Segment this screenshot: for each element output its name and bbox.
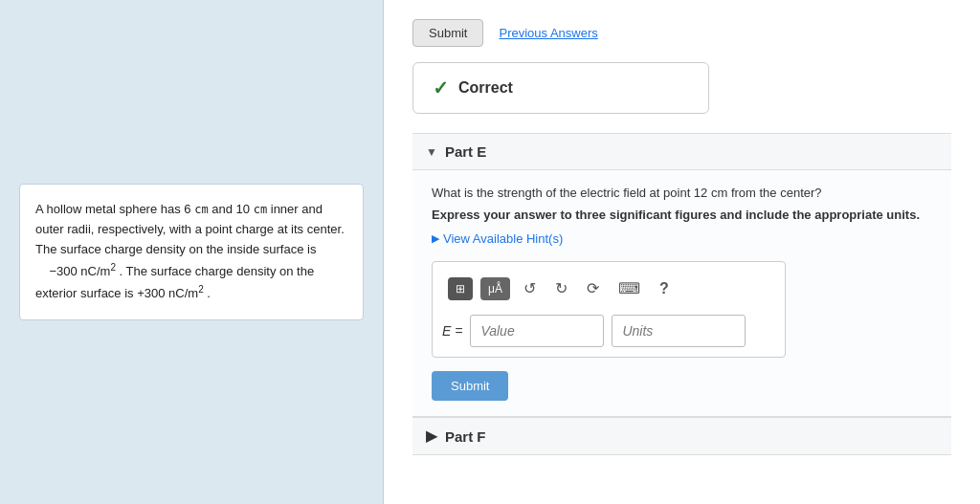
problem-box: A hollow metal sphere has 6 cm and 10 cm…: [19, 184, 364, 320]
right-panel: Submit Previous Answers ✓ Correct ▼ Part…: [384, 0, 980, 504]
part-e-content: What is the strength of the electric fie…: [412, 170, 951, 417]
answer-area: ⊞ μÅ ↺ ↻ ⟳ ⌨: [432, 261, 786, 358]
help-button[interactable]: ?: [654, 276, 675, 301]
previous-answers-link[interactable]: Previous Answers: [499, 26, 597, 40]
part-e-title: Part E: [445, 143, 486, 160]
correct-label: Correct: [458, 79, 513, 97]
part-f-arrow: ▶: [426, 427, 437, 445]
undo-button[interactable]: ↺: [518, 275, 542, 301]
matrix-icon: ⊞: [456, 282, 465, 296]
problem-text: A hollow metal sphere has 6 cm and 10 cm…: [35, 202, 345, 300]
mu-button[interactable]: μÅ: [480, 277, 510, 300]
part-e-arrow: ▼: [426, 145, 437, 159]
refresh-button[interactable]: ⟳: [581, 275, 605, 301]
input-row: E =: [442, 315, 775, 347]
part-e-section: ▼ Part E What is the strength of the ele…: [412, 133, 951, 417]
keyboard-icon: ⌨: [618, 280, 640, 296]
part-e-header[interactable]: ▼ Part E: [412, 134, 951, 170]
matrix-button[interactable]: ⊞: [448, 277, 473, 300]
part-f-title: Part F: [445, 428, 486, 445]
units-input[interactable]: [612, 315, 746, 347]
top-toolbar: Submit Previous Answers: [412, 19, 951, 47]
mu-label: μÅ: [488, 282, 502, 296]
help-icon: ?: [659, 280, 669, 296]
math-toolbar: ⊞ μÅ ↺ ↻ ⟳ ⌨: [442, 272, 775, 305]
refresh-icon: ⟳: [587, 280, 599, 296]
part-f-header[interactable]: ▶ Part F: [412, 418, 951, 455]
eq-label: E =: [442, 323, 462, 339]
part-e-question: What is the strength of the electric fie…: [432, 186, 932, 200]
submit-top-button[interactable]: Submit: [412, 19, 483, 47]
undo-icon: ↺: [523, 280, 536, 296]
correct-box: ✓ Correct: [412, 62, 709, 114]
checkmark-icon: ✓: [433, 77, 449, 99]
hint-link[interactable]: ▶ View Available Hint(s): [432, 231, 932, 246]
submit-main-button[interactable]: Submit: [432, 371, 508, 401]
part-f-section: ▶ Part F: [412, 417, 951, 455]
keyboard-button[interactable]: ⌨: [612, 275, 646, 301]
hint-arrow-icon: ▶: [432, 232, 439, 245]
value-input[interactable]: [470, 315, 604, 347]
redo-button[interactable]: ↻: [549, 275, 573, 301]
hint-label: View Available Hint(s): [443, 231, 563, 246]
left-panel: A hollow metal sphere has 6 cm and 10 cm…: [0, 0, 383, 504]
part-e-express: Express your answer to three significant…: [432, 208, 932, 222]
redo-icon: ↻: [555, 280, 568, 296]
